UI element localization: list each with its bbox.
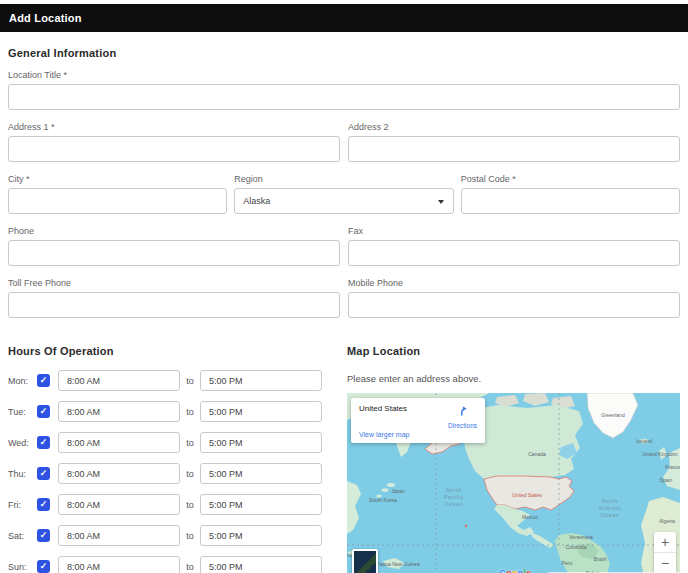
postal-code-label: Postal Code * xyxy=(461,174,680,184)
svg-text:Mexico: Mexico xyxy=(522,514,538,520)
day-label: Fri: xyxy=(8,500,37,510)
day-checkbox[interactable] xyxy=(37,405,50,418)
hours-row-sun: Sun: to xyxy=(8,556,340,573)
hours-heading: Hours Of Operation xyxy=(8,345,340,357)
hours-row-fri: Fri: to xyxy=(8,494,340,515)
hours-row-tue: Tue: to xyxy=(8,401,340,422)
zoom-in-button[interactable]: + xyxy=(654,532,676,553)
to-label: to xyxy=(180,438,200,448)
directions-label: Directions xyxy=(448,422,477,429)
svg-text:Pacific: Pacific xyxy=(444,494,464,500)
hours-row-thu: Thu: to xyxy=(8,463,340,484)
svg-text:Venezuela: Venezuela xyxy=(569,534,593,540)
general-information-heading: General Information xyxy=(8,47,680,59)
address2-label: Address 2 xyxy=(348,122,680,132)
map-heading: Map Location xyxy=(347,345,680,357)
close-time-input[interactable] xyxy=(200,556,322,573)
mobile-phone-input[interactable] xyxy=(348,292,680,318)
satellite-view-toggle[interactable] xyxy=(352,549,378,573)
svg-text:Spain: Spain xyxy=(660,477,673,483)
day-label: Wed: xyxy=(8,438,37,448)
form-body: General Information Location Title * Add… xyxy=(0,47,688,573)
svg-text:South Korea: South Korea xyxy=(369,497,397,503)
region-selected-value: Alaska xyxy=(243,196,270,206)
svg-text:Algeria: Algeria xyxy=(659,518,675,524)
open-time-input[interactable] xyxy=(58,463,180,484)
region-label: Region xyxy=(234,174,453,184)
open-time-input[interactable] xyxy=(58,401,180,422)
to-label: to xyxy=(180,500,200,510)
hours-row-wed: Wed: to xyxy=(8,432,340,453)
phone-input[interactable] xyxy=(8,240,340,266)
svg-text:United States: United States xyxy=(512,492,543,498)
svg-text:Colombia: Colombia xyxy=(565,544,586,550)
hours-row-sat: Sat: to xyxy=(8,525,340,546)
close-time-input[interactable] xyxy=(200,432,322,453)
google-logo: Google xyxy=(499,568,531,573)
map-info-card: United States Directions View larger map xyxy=(351,398,485,443)
phone-label: Phone xyxy=(8,226,340,236)
svg-text:Atlantic: Atlantic xyxy=(599,505,622,511)
google-map-embed[interactable]: NorthPacificOceanNorthAtlanticOceanUnite… xyxy=(347,393,680,573)
city-label: City * xyxy=(8,174,227,184)
svg-text:Papua New Guinea: Papua New Guinea xyxy=(376,561,420,567)
close-time-input[interactable] xyxy=(200,494,322,515)
svg-text:North: North xyxy=(446,487,462,493)
fax-input[interactable] xyxy=(348,240,680,266)
day-checkbox[interactable] xyxy=(37,498,50,511)
day-checkbox[interactable] xyxy=(37,529,50,542)
location-title-input[interactable] xyxy=(8,84,680,110)
hours-row-mon: Mon: to xyxy=(8,370,340,391)
day-checkbox[interactable] xyxy=(37,467,50,480)
address2-input[interactable] xyxy=(348,136,680,162)
address1-label: Address 1 * xyxy=(8,122,340,132)
day-checkbox[interactable] xyxy=(37,436,50,449)
map-note: Please enter an address above. xyxy=(347,373,680,384)
to-label: to xyxy=(180,531,200,541)
svg-text:Peru: Peru xyxy=(562,560,573,566)
close-time-input[interactable] xyxy=(200,370,322,391)
address1-input[interactable] xyxy=(8,136,340,162)
toll-free-phone-label: Toll Free Phone xyxy=(8,278,340,288)
svg-text:Ocean: Ocean xyxy=(445,501,464,507)
svg-text:Japan: Japan xyxy=(391,488,405,494)
svg-text:Greenland: Greenland xyxy=(601,412,625,418)
svg-text:North: North xyxy=(602,498,618,504)
svg-text:Brazil: Brazil xyxy=(594,556,607,562)
close-time-input[interactable] xyxy=(200,401,322,422)
open-time-input[interactable] xyxy=(58,525,180,546)
to-label: to xyxy=(180,376,200,386)
page-title: Add Location xyxy=(0,4,688,32)
hours-of-operation-section: Hours Of Operation Mon: to Tue: to Wed: … xyxy=(8,345,340,573)
svg-text:Iceland: Iceland xyxy=(636,438,652,444)
directions-link[interactable]: Directions xyxy=(448,403,477,429)
map-location-section: Map Location Please enter an address abo… xyxy=(347,345,680,573)
day-label: Sun: xyxy=(8,562,37,572)
day-checkbox[interactable] xyxy=(37,560,50,573)
day-label: Thu: xyxy=(8,469,37,479)
svg-text:United Kingdom: United Kingdom xyxy=(642,451,678,457)
to-label: to xyxy=(180,469,200,479)
to-label: to xyxy=(180,562,200,572)
region-select[interactable]: Alaska xyxy=(234,188,453,214)
directions-icon xyxy=(456,404,469,417)
day-label: Mon: xyxy=(8,376,37,386)
open-time-input[interactable] xyxy=(58,370,180,391)
fax-label: Fax xyxy=(348,226,680,236)
location-title-label: Location Title * xyxy=(8,70,680,80)
open-time-input[interactable] xyxy=(58,556,180,573)
toll-free-phone-input[interactable] xyxy=(8,292,340,318)
day-checkbox[interactable] xyxy=(37,374,50,387)
city-input[interactable] xyxy=(8,188,227,214)
chevron-down-icon xyxy=(438,200,444,204)
day-label: Tue: xyxy=(8,407,37,417)
zoom-out-button[interactable]: − xyxy=(654,553,676,573)
open-time-input[interactable] xyxy=(58,432,180,453)
svg-text:France: France xyxy=(665,464,680,470)
to-label: to xyxy=(180,407,200,417)
view-larger-map-link[interactable]: View larger map xyxy=(359,431,409,438)
postal-code-input[interactable] xyxy=(461,188,680,214)
open-time-input[interactable] xyxy=(58,494,180,515)
close-time-input[interactable] xyxy=(200,463,322,484)
close-time-input[interactable] xyxy=(200,525,322,546)
